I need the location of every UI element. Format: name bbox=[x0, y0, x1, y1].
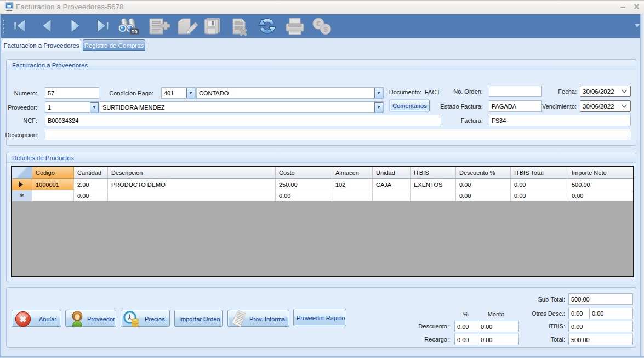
svg-text:ID: ID bbox=[132, 30, 138, 35]
svg-text:$: $ bbox=[323, 25, 328, 33]
svg-text:€: € bbox=[316, 19, 321, 28]
